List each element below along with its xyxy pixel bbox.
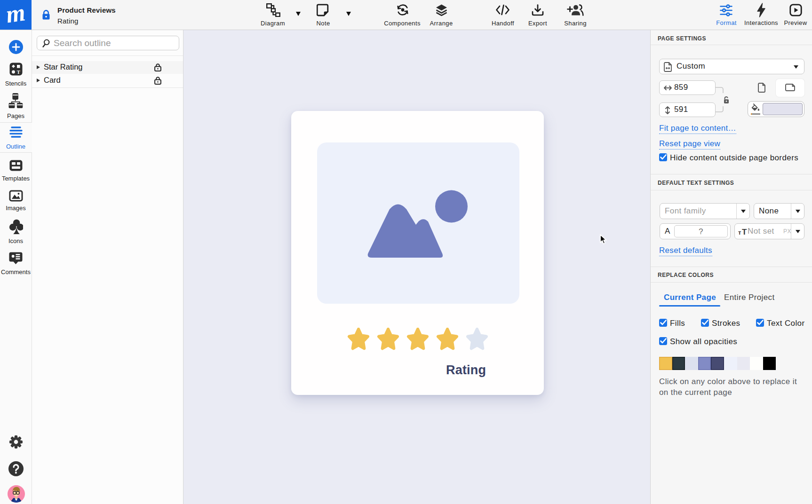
svg-text:T: T — [742, 228, 747, 235]
svg-text:T: T — [17, 70, 20, 75]
svg-text:т: т — [738, 229, 741, 235]
